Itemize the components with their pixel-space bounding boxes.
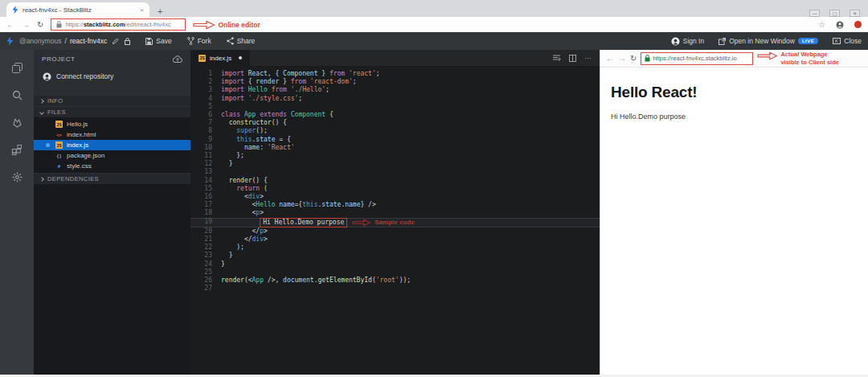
code-line-15[interactable]: 15 return ( bbox=[190, 185, 600, 193]
more-options-icon[interactable]: ⋯ bbox=[584, 55, 592, 62]
line-content: import './style.css'; bbox=[221, 95, 302, 103]
cloud-upload-icon[interactable] bbox=[173, 55, 182, 63]
split-editor-icon[interactable] bbox=[569, 55, 576, 62]
bookmark-star-icon[interactable]: ☆ bbox=[818, 20, 825, 29]
section-dependencies[interactable]: DEPENDENCIES bbox=[34, 173, 190, 184]
code-line-19[interactable]: 19 Hi Hello.Demo purposeSample code bbox=[190, 218, 600, 227]
code-line-3[interactable]: 3import Hello from './Hello'; bbox=[190, 86, 600, 94]
line-number: 16 bbox=[190, 193, 221, 201]
close-panel-icon bbox=[833, 38, 841, 44]
tab-close-icon[interactable]: × bbox=[140, 6, 144, 14]
address-bar[interactable]: https://stackblitz.com/edit/react-fnv4xc bbox=[51, 18, 186, 31]
code-area[interactable]: 1import React, { Component } from 'react… bbox=[190, 66, 600, 375]
code-line-4[interactable]: 4import './style.css'; bbox=[190, 95, 600, 103]
line-content: } bbox=[221, 260, 225, 268]
save-icon bbox=[145, 38, 153, 45]
section-files-label: FILES bbox=[47, 109, 66, 116]
settings-icon[interactable] bbox=[10, 170, 24, 184]
sign-in-button[interactable]: Sign In bbox=[671, 37, 704, 46]
forward-icon[interactable]: → bbox=[22, 21, 30, 29]
new-tab-button[interactable]: + bbox=[158, 6, 162, 17]
code-line-23[interactable]: 23 } bbox=[190, 252, 600, 260]
actual-webpage-annotation: Actual Webpage visible to Client side bbox=[757, 51, 839, 67]
line-content: </div> bbox=[221, 236, 268, 244]
maximize-icon[interactable]: ▢ bbox=[829, 10, 840, 17]
preview-forward-icon[interactable]: → bbox=[618, 55, 626, 63]
line-content: Hi Hello.Demo purposeSample code bbox=[221, 218, 415, 227]
editor-tab-indexjs[interactable]: JS index.js bbox=[190, 50, 250, 66]
profile-icon[interactable] bbox=[836, 21, 844, 29]
extensions-icon[interactable] bbox=[10, 143, 24, 157]
code-line-7[interactable]: 7 constructor() { bbox=[190, 119, 600, 127]
code-line-24[interactable]: 24} bbox=[190, 260, 600, 268]
back-icon[interactable]: ← bbox=[6, 21, 14, 29]
share-button[interactable]: Share bbox=[227, 37, 256, 45]
code-line-27[interactable]: 27 bbox=[190, 285, 600, 293]
browser-tab[interactable]: react-fnv4xc - StackBlitz × bbox=[6, 2, 149, 17]
code-line-16[interactable]: 16 <div> bbox=[190, 193, 600, 201]
minimize-icon[interactable]: — bbox=[809, 10, 820, 17]
code-line-1[interactable]: 1import React, { Component } from 'react… bbox=[190, 70, 600, 78]
css-file-icon: # bbox=[55, 162, 63, 170]
save-button[interactable]: Save bbox=[145, 37, 171, 45]
stackblitz-logo-icon[interactable] bbox=[6, 36, 14, 46]
code-line-26[interactable]: 26render(<App />, document.getElementByI… bbox=[190, 277, 600, 285]
code-line-21[interactable]: 21 </div> bbox=[190, 236, 600, 244]
window-controls: — ▢ ✕ bbox=[809, 6, 868, 17]
file-item-package.json[interactable]: {}package.json bbox=[34, 150, 190, 161]
annotation-arrow-icon bbox=[193, 20, 215, 30]
line-number: 10 bbox=[190, 144, 221, 152]
file-item-Hello.js[interactable]: JSHello.js bbox=[34, 119, 190, 129]
code-line-14[interactable]: 14 render() { bbox=[190, 177, 600, 185]
notification-dot-icon[interactable] bbox=[854, 21, 862, 28]
js-file-icon: JS bbox=[199, 55, 206, 62]
line-content: <div> bbox=[221, 193, 264, 201]
code-line-12[interactable]: 12 } bbox=[190, 160, 600, 168]
refresh-icon[interactable]: ↻ bbox=[37, 21, 43, 29]
preview-address-bar[interactable]: https://react-fnv4xc.stackblitz.io bbox=[641, 52, 753, 65]
open-new-window-button[interactable]: Open in New Window LIVE bbox=[719, 37, 818, 45]
code-line-9[interactable]: 9 this.state = { bbox=[190, 136, 600, 144]
search-icon[interactable] bbox=[10, 88, 24, 102]
stackblitz-favicon-icon bbox=[12, 6, 18, 14]
file-list: JSHello.js<>index.htmlJSindex.js{}packag… bbox=[34, 117, 190, 173]
line-number: 2 bbox=[190, 78, 221, 86]
code-line-6[interactable]: 6class App extends Component { bbox=[190, 111, 600, 119]
code-line-22[interactable]: 22 ); bbox=[190, 244, 600, 252]
fork-button[interactable]: Fork bbox=[187, 37, 211, 45]
edit-pencil-icon[interactable] bbox=[113, 38, 119, 44]
code-line-11[interactable]: 11 }; bbox=[190, 152, 600, 160]
code-line-17[interactable]: 17 <Hello name={this.state.name} /> bbox=[190, 201, 600, 209]
line-content: }; bbox=[221, 152, 244, 160]
preview-back-icon[interactable]: ← bbox=[606, 55, 614, 63]
code-line-13[interactable]: 13 bbox=[190, 168, 600, 176]
line-number: 8 bbox=[190, 127, 221, 135]
section-info[interactable]: INFO bbox=[34, 95, 190, 106]
section-files[interactable]: FILES bbox=[34, 106, 190, 117]
code-line-10[interactable]: 10 name: 'React' bbox=[190, 144, 600, 152]
line-content: render(<App />, document.getElementById(… bbox=[221, 277, 411, 285]
preview-url-text: https://react-fnv4xc.stackblitz.io bbox=[653, 55, 736, 62]
code-line-5[interactable]: 5 bbox=[190, 103, 600, 111]
format-code-icon[interactable] bbox=[553, 55, 561, 61]
file-item-index.html[interactable]: <>index.html bbox=[34, 129, 190, 140]
file-item-index.js[interactable]: JSindex.js bbox=[34, 140, 190, 150]
lock-icon[interactable] bbox=[125, 38, 130, 45]
code-line-2[interactable]: 2import { render } from 'react-dom'; bbox=[190, 78, 600, 86]
files-icon[interactable] bbox=[10, 61, 24, 75]
connect-repository-button[interactable]: Connect repository bbox=[34, 68, 190, 85]
file-item-style.css[interactable]: #style.css bbox=[34, 161, 190, 171]
window-close-icon[interactable]: ✕ bbox=[850, 10, 860, 17]
code-line-8[interactable]: 8 super(); bbox=[190, 127, 600, 135]
line-number: 12 bbox=[190, 160, 221, 168]
code-line-18[interactable]: 18 <p> bbox=[190, 209, 600, 217]
code-line-25[interactable]: 25 bbox=[190, 268, 600, 277]
preview-heading: Hello React! bbox=[611, 84, 858, 101]
close-button[interactable]: Close bbox=[833, 37, 862, 45]
deploy-icon[interactable] bbox=[10, 116, 24, 129]
code-line-20[interactable]: 20 </p> bbox=[190, 227, 600, 236]
file-name: index.js bbox=[67, 141, 88, 149]
line-number: 23 bbox=[190, 252, 221, 260]
breadcrumb[interactable]: @anonymous / react-fnv4xc bbox=[19, 37, 107, 45]
preview-refresh-icon[interactable]: ↻ bbox=[630, 55, 637, 63]
